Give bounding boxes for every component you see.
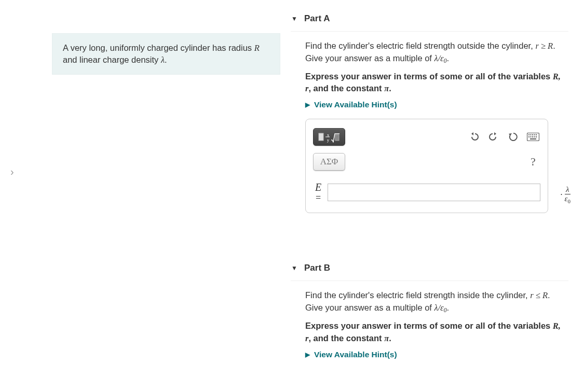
undo-icon <box>469 132 479 142</box>
q-rel: r ≤ R <box>530 290 548 300</box>
part-a-title: Part A <box>304 13 330 24</box>
svg-rect-7 <box>531 134 532 135</box>
part-a-header[interactable]: ▼ Part A <box>291 10 568 29</box>
reset-button[interactable] <box>506 130 521 144</box>
answer-suffix: · λ ε0 <box>561 186 571 204</box>
q-pi: π <box>384 333 389 343</box>
frac-den: ε0 <box>565 194 571 204</box>
q-pi: π <box>384 83 389 93</box>
q-mult: λ/ε <box>434 303 444 313</box>
q-mult: λ/ε <box>434 53 444 63</box>
lambda-over-epsilon0: λ ε0 <box>565 186 571 204</box>
reset-icon <box>508 132 519 142</box>
caret-down-icon: ▼ <box>291 15 298 22</box>
part-a-body: Find the cylinder's electric field stren… <box>291 31 568 213</box>
redo-button[interactable] <box>486 130 501 144</box>
hints-label: View Available Hint(s) <box>314 350 397 359</box>
part-b-header[interactable]: ▼ Part B <box>291 260 568 278</box>
q-text: Express your answer in terms of some or … <box>305 72 553 81</box>
q-text: . <box>389 83 391 93</box>
equals-sign: = <box>313 193 323 203</box>
svg-rect-15 <box>536 136 537 137</box>
q-text: , and the constant <box>308 83 384 93</box>
q-rel: r ≥ R <box>535 41 553 51</box>
page-root: › A very long, uniformly charged cylinde… <box>0 0 584 392</box>
q-text: . <box>389 333 391 343</box>
var-E: E <box>313 181 323 193</box>
toolbar-row-2: ΑΣΦ ? <box>313 151 540 172</box>
svg-rect-4 <box>335 135 339 141</box>
q-text: Express your answer in terms of some or … <box>305 321 553 330</box>
svg-rect-0 <box>319 133 323 141</box>
equation-lhs: E = <box>313 181 323 203</box>
math-templates-button[interactable]: x y <box>313 128 345 146</box>
problem-statement: A very long, uniformly charged cylinder … <box>52 33 280 75</box>
svg-rect-8 <box>532 134 533 135</box>
part-a-instruction: Express your answer in terms of some or … <box>305 71 568 95</box>
svg-rect-10 <box>536 134 537 135</box>
var-R: R <box>254 43 260 53</box>
suffix-dot: · <box>561 190 563 200</box>
caret-right-icon: ▶ <box>305 101 310 108</box>
help-icon: ? <box>531 155 536 169</box>
hints-label: View Available Hint(s) <box>314 100 397 109</box>
part-b-instruction: Express your answer in terms of some or … <box>305 320 568 345</box>
math-templates-icon: x y <box>318 131 340 143</box>
help-button[interactable]: ? <box>526 155 540 169</box>
redo-icon <box>488 132 499 142</box>
greek-letters-button[interactable]: ΑΣΦ <box>313 153 345 171</box>
svg-rect-9 <box>534 134 535 135</box>
part-a-hints-toggle[interactable]: ▶ View Available Hint(s) <box>305 100 568 109</box>
greek-label: ΑΣΦ <box>320 157 338 167</box>
part-b-question: Find the cylinder's electric field stren… <box>305 289 568 315</box>
q-text: . <box>447 303 450 312</box>
svg-rect-12 <box>531 136 532 137</box>
problem-text: and linear charge density <box>63 55 161 64</box>
formula-row: E = <box>313 181 540 203</box>
chevron-right-icon: › <box>10 166 14 177</box>
toolbar-row-1: x y <box>313 127 540 147</box>
svg-text:y: y <box>327 138 329 143</box>
q-text: Find the cylinder's electric field stren… <box>305 41 535 50</box>
answer-input[interactable] <box>328 184 540 201</box>
svg-rect-16 <box>530 138 536 139</box>
problem-text: A very long, uniformly charged cylinder … <box>63 43 254 52</box>
problem-text: . <box>165 55 167 64</box>
part-b-body: Find the cylinder's electric field stren… <box>291 281 568 359</box>
q-text: Find the cylinder's electric field stren… <box>305 290 530 300</box>
right-column: ▼ Part A Find the cylinder's electric fi… <box>291 0 584 392</box>
left-column: A very long, uniformly charged cylinder … <box>0 0 291 392</box>
svg-rect-14 <box>534 136 535 137</box>
keyboard-button[interactable] <box>526 130 540 144</box>
part-b-hints-toggle[interactable]: ▶ View Available Hint(s) <box>305 350 568 359</box>
frac-num: λ <box>565 186 571 194</box>
keyboard-icon <box>527 133 539 141</box>
part-b-section: ▼ Part B Find the cylinder's electric fi… <box>291 260 568 359</box>
answer-panel: x y <box>305 119 548 213</box>
svg-rect-13 <box>532 136 533 137</box>
part-a-question: Find the cylinder's electric field stren… <box>305 40 568 65</box>
undo-button[interactable] <box>467 130 481 144</box>
q-text: . <box>447 53 450 63</box>
q-text: , and the constant <box>308 333 384 343</box>
nav-collapse-chevron[interactable]: › <box>10 166 14 178</box>
part-b-title: Part B <box>304 263 330 273</box>
svg-rect-6 <box>528 134 529 135</box>
caret-right-icon: ▶ <box>305 351 310 358</box>
svg-rect-11 <box>528 136 529 137</box>
caret-down-icon: ▼ <box>291 264 298 272</box>
